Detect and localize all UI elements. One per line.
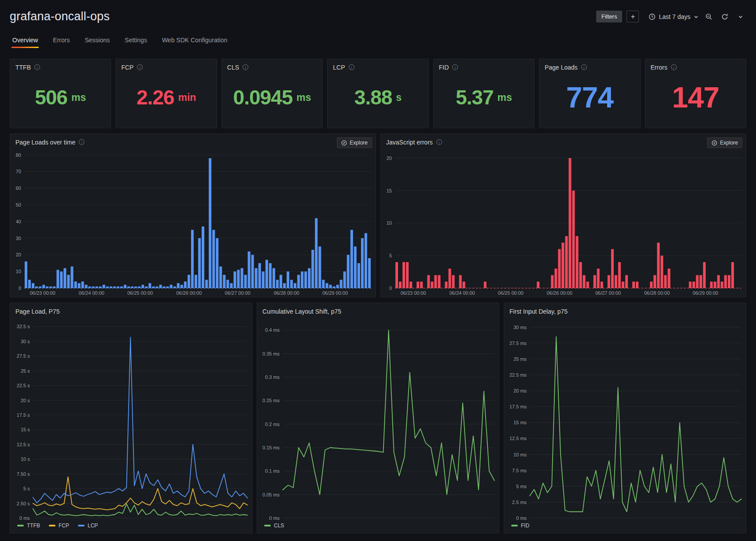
stat-title: FID (439, 64, 449, 71)
panel-first-input-delay-p75: First Input Delay, p75 0 ms2.5 ms5 ms7.5… (504, 303, 746, 534)
bar-charts-row: Page Loads over time Explore 01020304050… (10, 133, 746, 297)
page-loads-bar-chart[interactable]: 0102030405060708006/23 00:0006/24 00:000… (10, 147, 376, 297)
info-icon[interactable] (349, 64, 354, 70)
add-filter-button[interactable]: + (627, 11, 639, 22)
svg-text:10 s: 10 s (21, 456, 30, 462)
legend-item-fid[interactable]: FID (511, 522, 529, 529)
svg-text:06/27: 06/27 (409, 520, 421, 521)
stat-panel-page-loads: Page Loads 774 (539, 59, 640, 128)
time-range-label: Last 7 days (659, 13, 690, 20)
panel-page-load-p75: Page Load, P75 0 ms2.50 s5 s7.50 s10 s12… (10, 303, 252, 534)
stat-title: TTFB (15, 64, 31, 71)
svg-text:12.5 ms: 12.5 ms (509, 436, 527, 441)
svg-text:0.1 ms: 0.1 ms (265, 468, 280, 474)
svg-text:0 ms: 0 ms (269, 515, 280, 521)
svg-text:06/29: 06/29 (716, 520, 728, 521)
legend-item-fcp[interactable]: FCP (49, 522, 69, 529)
legend-item-ttfb[interactable]: TTFB (17, 522, 40, 529)
svg-text:06/29 00:00: 06/29 00:00 (693, 290, 718, 296)
zoom-out-button[interactable] (703, 11, 715, 22)
svg-text:06/24 00:00: 06/24 00:00 (450, 290, 475, 296)
compass-icon (712, 140, 717, 146)
tab-errors[interactable]: Errors (52, 34, 70, 48)
svg-text:22.5 s: 22.5 s (17, 383, 30, 388)
stats-row: TTFB 506 ms FCP 2.26 min CLS (10, 59, 746, 128)
tab-overview[interactable]: Overview (11, 34, 39, 48)
svg-text:20 ms: 20 ms (513, 388, 527, 393)
info-icon[interactable] (671, 64, 677, 70)
stat-title: Errors (651, 64, 667, 71)
stat-panel-errors: Errors 147 (645, 59, 746, 128)
panel-javascript-errors: JavaScript errors Explore 0510152006/23 … (380, 133, 746, 297)
svg-text:06/29 00:00: 06/29 00:00 (322, 290, 348, 296)
info-icon[interactable] (34, 64, 40, 70)
filters-button[interactable]: Filters (596, 11, 622, 22)
info-icon[interactable] (243, 64, 248, 70)
tab-settings[interactable]: Settings (124, 34, 148, 48)
legend-item-lcp[interactable]: LCP (78, 522, 98, 529)
refresh-button[interactable] (719, 11, 730, 22)
dashboard-tabs: Overview Errors Sessions Settings Web SD… (10, 34, 746, 48)
stat-value: 0.0945 ms (222, 72, 322, 128)
svg-text:06/23: 06/23 (287, 520, 299, 521)
legend-swatch (49, 525, 55, 526)
info-icon[interactable] (581, 64, 587, 70)
svg-text:06/29: 06/29 (222, 520, 234, 521)
panel-title: Page Load, P75 (15, 308, 59, 315)
svg-text:20: 20 (387, 156, 392, 161)
time-range-picker[interactable]: Last 7 days (649, 13, 699, 20)
stat-panel-ttfb: TTFB 506 ms (10, 59, 111, 128)
stat-value: 2.26 min (116, 72, 216, 128)
dashboard-header: grafana-oncall-ops Filters + Last 7 days (10, 0, 746, 23)
zoom-out-icon (705, 13, 712, 20)
stat-value: 147 (645, 72, 746, 128)
page-load-p75-line-chart[interactable]: 0 ms2.50 s5 s7.50 s10 s12.5 s15 s17.5 s2… (10, 316, 252, 521)
info-icon[interactable] (452, 64, 458, 70)
panel-title: Page Loads over time (15, 139, 75, 146)
svg-text:06/27 00:00: 06/27 00:00 (225, 290, 251, 296)
svg-text:06/23: 06/23 (534, 520, 546, 521)
svg-text:06/23 00:00: 06/23 00:00 (401, 290, 426, 296)
legend-swatch (264, 525, 271, 526)
dashboard-title: grafana-oncall-ops (10, 10, 110, 23)
svg-text:06/23: 06/23 (37, 520, 50, 521)
svg-text:80: 80 (16, 152, 21, 158)
svg-text:27.5 ms: 27.5 ms (509, 341, 527, 346)
legend-item-cls[interactable]: CLS (264, 522, 284, 529)
stat-value: 3.88 s (328, 72, 428, 128)
stat-panel-cls: CLS 0.0945 ms (221, 59, 323, 128)
tab-web-sdk-configuration[interactable]: Web SDK Configuration (161, 34, 228, 48)
explore-button[interactable]: Explore (707, 137, 742, 148)
svg-text:5 ms: 5 ms (516, 484, 527, 489)
tab-sessions[interactable]: Sessions (84, 34, 111, 48)
info-icon[interactable] (436, 139, 442, 145)
svg-text:06/26 00:00: 06/26 00:00 (547, 290, 572, 296)
javascript-errors-bar-chart[interactable]: 0510152006/23 00:0006/24 00:0006/25 00:0… (381, 147, 746, 297)
stat-panel-fcp: FCP 2.26 min (115, 59, 217, 128)
svg-text:30 s: 30 s (21, 339, 30, 344)
svg-text:32.5 s: 32.5 s (17, 324, 30, 329)
svg-text:30 ms: 30 ms (513, 325, 527, 330)
svg-text:7.5 ms: 7.5 ms (512, 468, 527, 473)
info-icon[interactable] (79, 139, 85, 145)
svg-text:10: 10 (387, 220, 392, 226)
svg-text:60: 60 (16, 185, 21, 191)
svg-text:06/25 00:00: 06/25 00:00 (127, 290, 153, 296)
svg-text:0: 0 (18, 285, 21, 291)
cls-p75-line-chart[interactable]: 0 ms0.05 ms0.1 ms0.15 ms0.2 ms0.25 ms0.3… (257, 316, 499, 521)
svg-text:17.5 ms: 17.5 ms (509, 404, 527, 409)
svg-text:06/26 00:00: 06/26 00:00 (176, 290, 202, 296)
legend-swatch (17, 525, 24, 526)
dashboard-page: grafana-oncall-ops Filters + Last 7 days (0, 0, 756, 534)
svg-text:06/28 00:00: 06/28 00:00 (644, 290, 670, 296)
chevron-down-icon (693, 14, 699, 19)
svg-text:25 s: 25 s (21, 368, 30, 374)
refresh-interval-dropdown[interactable] (735, 11, 746, 22)
svg-text:06/24 00:00: 06/24 00:00 (79, 290, 104, 296)
info-icon[interactable] (137, 64, 143, 70)
explore-button[interactable]: Explore (337, 137, 372, 148)
svg-text:06/25: 06/25 (99, 520, 111, 521)
svg-text:0.2 ms: 0.2 ms (265, 422, 280, 427)
fid-p75-line-chart[interactable]: 0 ms2.5 ms5 ms7.5 ms10 ms12.5 ms15 ms17.… (504, 316, 746, 521)
svg-text:17.5 s: 17.5 s (17, 412, 30, 418)
